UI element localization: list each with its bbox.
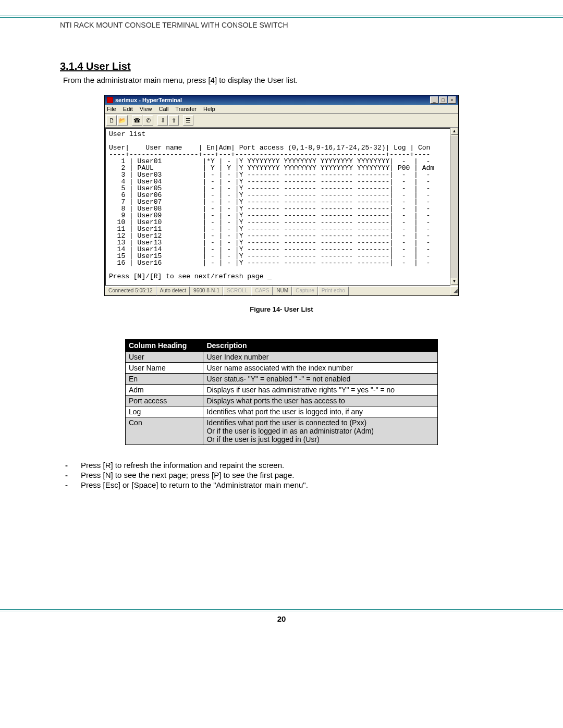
page-content: 3.1.4 User List From the administrator m… (0, 29, 563, 489)
section-name: User List (86, 60, 131, 72)
section-number: 3.1.4 (60, 60, 83, 72)
status-settings: 9600 8-N-1 (190, 287, 223, 295)
scroll-track[interactable] (450, 136, 458, 278)
bullet-dash: - (65, 471, 81, 479)
note-text: Press [Esc] or [Space] to return to the … (81, 480, 308, 489)
note-item: -Press [Esc] or [Space] to return to the… (65, 480, 503, 489)
th-description: Description (203, 340, 438, 352)
status-connected: Connected 5:05:12 (105, 287, 156, 295)
status-echo: Print echo (318, 287, 349, 295)
col-heading-cell: Adm (126, 385, 203, 396)
description-cell: Displays what ports the user has access … (203, 396, 438, 406)
window-title: serimux - HyperTerminal (115, 97, 182, 103)
close-button[interactable]: × (448, 96, 456, 104)
new-icon[interactable]: 🗋 (106, 115, 117, 126)
scrollbar[interactable]: ▲ ▼ (450, 128, 458, 286)
menu-edit[interactable]: Edit (123, 106, 133, 112)
scroll-down-icon[interactable]: ▼ (451, 278, 458, 285)
table-row: Port accessDisplays what ports the user … (126, 396, 438, 406)
description-cell: Identifies what port the user is logged … (203, 406, 438, 417)
table-row: UserUser Index number (126, 352, 438, 363)
col-heading-cell: Con (126, 417, 203, 445)
terminal-output: User list User| User name | En|Adm| Port… (105, 128, 458, 286)
table-row: LogIdentifies what port the user is logg… (126, 406, 438, 417)
status-bar: Connected 5:05:12 Auto detect 9600 8-N-1… (105, 286, 458, 295)
bottom-rule (0, 609, 563, 611)
th-column-heading: Column Heading (126, 340, 203, 352)
running-header: NTI RACK MOUNT CONSOLE TERMINAL WITH CON… (60, 21, 563, 29)
description-cell: Identifies what port the user is connect… (203, 417, 438, 445)
bullet-dash: - (65, 480, 81, 489)
app-icon (107, 97, 113, 103)
hyperterminal-window: serimux - HyperTerminal _ □ × File Edit … (104, 95, 459, 296)
menu-transfer[interactable]: Transfer (175, 106, 197, 112)
hangup-icon[interactable]: ✆ (143, 115, 153, 126)
menu-view[interactable]: View (140, 106, 152, 112)
menu-call[interactable]: Call (159, 106, 169, 112)
description-cell: Displays if user has administrative righ… (203, 385, 438, 396)
maximize-button[interactable]: □ (439, 96, 447, 104)
description-cell: User Index number (203, 352, 438, 363)
menu-bar: File Edit View Call Transfer Help (105, 105, 458, 114)
col-heading-cell: User Name (126, 363, 203, 374)
toolbar: 🗋 📂 ☎ ✆ ⇩ ⇧ ☰ (105, 114, 458, 128)
bullet-dash: - (65, 461, 81, 470)
status-num: NUM (273, 287, 292, 295)
send-icon[interactable]: ⇩ (157, 115, 168, 126)
col-heading-cell: User (126, 352, 203, 363)
col-heading-cell: Port access (126, 396, 203, 406)
status-scroll: SCROLL (223, 287, 251, 295)
top-rule (0, 16, 563, 18)
table-row: ConIdentifies what port the user is conn… (126, 417, 438, 445)
window-titlebar: serimux - HyperTerminal _ □ × (105, 95, 458, 105)
call-icon[interactable]: ☎ (132, 115, 142, 126)
column-description-table: Column Heading Description UserUser Inde… (125, 339, 438, 445)
table-row: EnUser status- "Y" = enabled " -" = not … (126, 374, 438, 385)
table-row: AdmDisplays if user has administrative r… (126, 385, 438, 396)
col-heading-cell: En (126, 374, 203, 385)
section-title: 3.1.4 User List (60, 60, 503, 72)
status-capture: Capture (292, 287, 318, 295)
menu-file[interactable]: File (107, 106, 116, 112)
note-text: Press [N] to see the next page; press [P… (81, 471, 294, 479)
status-caps: CAPS (251, 287, 273, 295)
resize-grip-icon[interactable]: ◢ (450, 287, 458, 295)
status-detect: Auto detect (156, 287, 190, 295)
note-item: -Press [N] to see the next page; press [… (65, 471, 503, 479)
menu-help[interactable]: Help (203, 106, 215, 112)
notes-list: -Press [R] to refresh the information an… (65, 461, 503, 489)
scroll-up-icon[interactable]: ▲ (451, 128, 458, 135)
receive-icon[interactable]: ⇧ (168, 115, 179, 126)
description-cell: User status- "Y" = enabled " -" = not en… (203, 374, 438, 385)
table-row: User NameUser name associated with the i… (126, 363, 438, 374)
properties-icon[interactable]: ☰ (183, 115, 193, 126)
page-number: 20 (0, 614, 563, 623)
description-cell: User name associated with the index numb… (203, 363, 438, 374)
intro-text: From the administrator main menu, press … (63, 76, 503, 84)
note-item: -Press [R] to refresh the information an… (65, 461, 503, 470)
col-heading-cell: Log (126, 406, 203, 417)
note-text: Press [R] to refresh the information and… (81, 461, 284, 470)
open-icon[interactable]: 📂 (117, 115, 128, 126)
minimize-button[interactable]: _ (430, 96, 438, 104)
figure-caption: Figure 14- User List (60, 305, 503, 313)
